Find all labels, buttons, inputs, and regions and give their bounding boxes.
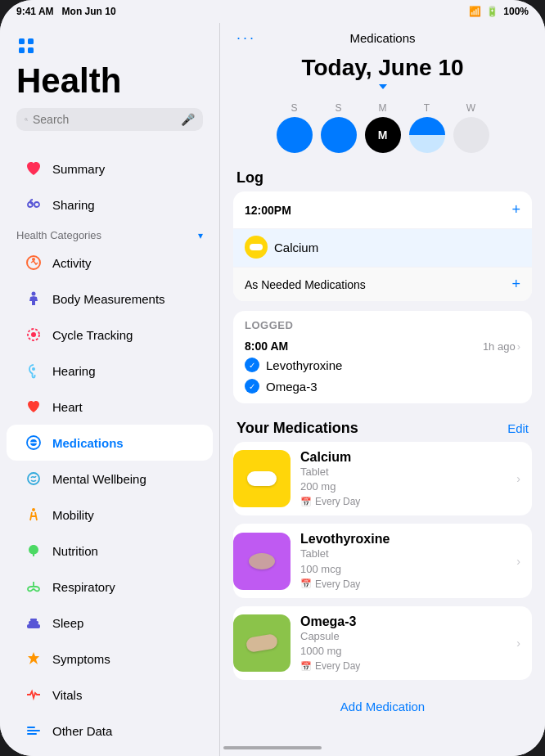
check-icon-omega: ✓ <box>245 379 259 394</box>
as-needed-add-button[interactable]: + <box>511 276 520 293</box>
logged-item-levothyroxine: ✓ Levothyroxine <box>233 354 532 376</box>
svg-point-12 <box>31 332 36 337</box>
app-title: Health <box>16 62 203 100</box>
battery-percent: 100% <box>503 6 529 17</box>
levo-title: Levothyroxine <box>300 532 510 547</box>
day-label-s1: S <box>291 102 297 114</box>
day-m[interactable]: M M <box>365 102 401 153</box>
sidebar-item-nutrition[interactable]: Nutrition <box>7 533 213 569</box>
mobility-icon <box>23 504 44 525</box>
log-section-title: Log <box>233 163 532 191</box>
sidebar-item-medications[interactable]: Medications <box>7 425 213 461</box>
cycle-icon <box>23 324 44 345</box>
day-s2[interactable]: S <box>321 102 357 153</box>
log-card: 12:00PM + Calcium As Needed Medications … <box>233 191 532 301</box>
logged-time-row: 8:00 AM 1h ago › <box>233 335 532 354</box>
svg-rect-3 <box>28 47 34 53</box>
svg-point-18 <box>32 508 35 511</box>
sidebar-item-other[interactable]: Other Data <box>7 713 213 749</box>
log-add-button[interactable]: + <box>511 201 520 218</box>
date-picker-arrow[interactable] <box>379 84 387 89</box>
respiratory-icon <box>23 576 44 597</box>
cycle-label: Cycle Tracking <box>52 328 133 342</box>
logged-time: 8:00 AM <box>245 340 288 353</box>
heart-label: Heart <box>52 400 83 414</box>
svg-point-17 <box>28 473 39 484</box>
your-meds-title: Your Medications <box>236 420 358 437</box>
calcium-name: Calcium <box>274 241 318 254</box>
mental-icon <box>23 468 44 489</box>
day-s1[interactable]: S <box>277 102 313 153</box>
calendar-icon-calcium: 📅 <box>300 497 312 507</box>
omega-title: Omega-3 <box>300 614 510 629</box>
categories-chevron[interactable]: ▾ <box>198 230 203 241</box>
sidebar-item-symptoms[interactable]: Symptoms <box>7 641 213 677</box>
med-card-omega[interactable]: Omega-3 Capsule 1000 mg 📅 Every Day › <box>233 606 532 680</box>
sidebar-item-vitals[interactable]: Vitals <box>7 677 213 713</box>
activity-icon <box>23 252 44 273</box>
categories-section-header: Health Categories ▾ <box>0 223 219 245</box>
day-circle-s1 <box>277 117 313 153</box>
summary-label: Summary <box>52 162 105 176</box>
omega-chevron: › <box>516 637 520 650</box>
hearing-label: Hearing <box>52 364 96 378</box>
logged-title: Logged <box>245 319 293 331</box>
search-input[interactable] <box>33 113 176 126</box>
logged-item-omega3: ✓ Omega-3 <box>233 376 532 403</box>
battery-icon: 🔋 <box>486 6 498 17</box>
more-menu[interactable]: ··· <box>236 29 256 47</box>
edit-meds-button[interactable]: Edit <box>507 421 529 435</box>
svg-rect-20 <box>29 621 38 624</box>
symptoms-label: Symptoms <box>52 652 110 666</box>
svg-point-7 <box>34 202 39 207</box>
summary-icon <box>23 158 44 179</box>
levo-schedule-text: Every Day <box>315 578 360 590</box>
levo-schedule: 📅 Every Day <box>300 578 510 590</box>
sidebar-item-hearing[interactable]: Hearing <box>7 353 213 389</box>
logged-ago[interactable]: 1h ago › <box>483 340 520 353</box>
calcium-info: Calcium Tablet 200 mg 📅 Every Day <box>300 450 510 507</box>
log-time-12pm: 12:00PM <box>245 204 291 217</box>
sidebar-item-sleep[interactable]: Sleep <box>7 605 213 641</box>
med-card-levo[interactable]: Levothyroxine Tablet 100 mcg 📅 Every Day… <box>233 524 532 597</box>
nutrition-icon <box>23 540 44 561</box>
add-medication-button[interactable]: Add Medication <box>233 688 532 725</box>
status-icons: 📶 🔋 100% <box>469 6 529 17</box>
heart-icon <box>23 396 44 417</box>
calendar-icon-levo: 📅 <box>300 578 312 589</box>
sidebar-item-mental[interactable]: Mental Wellbeing <box>7 461 213 497</box>
mental-label: Mental Wellbeing <box>52 472 146 486</box>
sidebar-item-summary[interactable]: Summary <box>7 151 213 187</box>
activity-label: Activity <box>52 256 92 270</box>
svg-line-5 <box>27 120 28 121</box>
day-w[interactable]: W <box>453 102 489 153</box>
day-t[interactable]: T <box>409 102 445 153</box>
day-circle-m: M <box>365 117 401 153</box>
levo-pill <box>249 553 275 569</box>
levo-label: Levothyroxine <box>266 358 342 372</box>
sidebar-item-respiratory[interactable]: Respiratory <box>7 569 213 605</box>
sidebar-item-activity[interactable]: Activity <box>7 245 213 281</box>
medications-icon <box>23 432 44 453</box>
log-time-row: 12:00PM + <box>233 191 532 229</box>
sidebar-header: Health 🎤 <box>0 23 219 151</box>
sharing-label: Sharing <box>52 198 95 212</box>
med-card-calcium[interactable]: Calcium Tablet 200 mg 📅 Every Day › <box>233 442 532 515</box>
sidebar-item-body[interactable]: Body Measurements <box>7 281 213 317</box>
omega-label: Omega-3 <box>266 380 318 394</box>
sidebar-item-mobility[interactable]: Mobility <box>7 497 213 533</box>
status-bar: 9:41 AM Mon Jun 10 📶 🔋 100% <box>0 0 545 23</box>
sidebar-item-heart[interactable]: Heart <box>7 389 213 425</box>
panel-header: ··· Medications <box>220 23 545 52</box>
svg-rect-19 <box>27 624 40 628</box>
search-bar[interactable]: 🎤 <box>16 108 203 131</box>
mobility-label: Mobility <box>52 508 94 522</box>
calcium-chevron: › <box>516 472 520 485</box>
sidebar-item-sharing[interactable]: Sharing <box>7 187 213 223</box>
add-medication-label: Add Medication <box>340 700 425 713</box>
levo-thumb <box>233 533 291 590</box>
calcium-schedule-text: Every Day <box>315 496 360 507</box>
sharing-icon <box>23 194 44 215</box>
sidebar-item-cycle[interactable]: Cycle Tracking <box>7 317 213 353</box>
day-label-m: M <box>379 102 387 114</box>
